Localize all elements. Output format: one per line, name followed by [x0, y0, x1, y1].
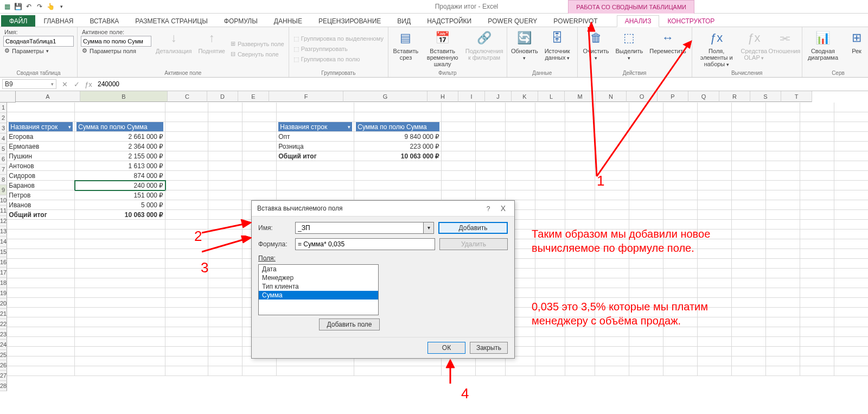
cell[interactable]: Баранов: [7, 181, 75, 190]
cell[interactable]: [698, 200, 732, 210]
cell[interactable]: [208, 317, 242, 327]
row-header[interactable]: 15: [0, 247, 7, 257]
cell[interactable]: [629, 269, 663, 278]
cell[interactable]: [800, 190, 834, 200]
cell[interactable]: [75, 112, 165, 122]
cell[interactable]: [442, 103, 476, 112]
cell[interactable]: Петров: [7, 190, 75, 200]
cell[interactable]: [595, 327, 629, 337]
cell[interactable]: [663, 161, 698, 171]
cell[interactable]: [7, 259, 75, 269]
dialog-help-button[interactable]: ?: [481, 205, 496, 213]
cell[interactable]: [698, 337, 732, 347]
column-header[interactable]: J: [485, 91, 512, 102]
cell[interactable]: [698, 269, 732, 278]
cell[interactable]: [565, 356, 595, 366]
cell[interactable]: 1 613 000 ₽: [75, 161, 165, 171]
pivot-chart-button[interactable]: 📊Сводная диаграмма: [806, 28, 840, 69]
cell[interactable]: [663, 239, 698, 249]
cell[interactable]: [165, 347, 208, 356]
cell[interactable]: [354, 112, 442, 122]
tab-view[interactable]: ВИД: [389, 15, 419, 27]
cell[interactable]: [595, 171, 629, 181]
cell[interactable]: [75, 317, 165, 327]
cell[interactable]: [698, 308, 732, 317]
cell[interactable]: [732, 103, 766, 112]
cancel-icon[interactable]: ✕: [59, 80, 71, 88]
cell[interactable]: [535, 366, 565, 376]
cell[interactable]: [800, 347, 834, 356]
cell[interactable]: [663, 259, 698, 269]
cell[interactable]: [698, 249, 732, 259]
cell[interactable]: 5 000 ₽: [75, 200, 165, 210]
cell[interactable]: [506, 103, 535, 112]
cell[interactable]: [277, 181, 354, 190]
cell[interactable]: [800, 269, 834, 278]
ok-button[interactable]: ОК: [427, 342, 465, 354]
save-icon[interactable]: 💾: [13, 2, 23, 11]
cell[interactable]: [834, 366, 868, 376]
cell[interactable]: [732, 317, 766, 327]
formula-field-input[interactable]: [295, 238, 435, 250]
cell[interactable]: [208, 259, 242, 269]
cell[interactable]: [476, 132, 506, 142]
cell[interactable]: [698, 230, 732, 239]
cell[interactable]: [208, 200, 242, 210]
cell[interactable]: [732, 171, 766, 181]
cell[interactable]: [535, 142, 565, 151]
cell[interactable]: [535, 200, 565, 210]
cell[interactable]: [277, 366, 354, 376]
tab-powerquery[interactable]: POWER QUERY: [480, 15, 545, 27]
cell[interactable]: [766, 142, 800, 151]
cell[interactable]: [565, 249, 595, 259]
cell[interactable]: [165, 337, 208, 347]
cell[interactable]: [732, 220, 766, 230]
row-header[interactable]: 16: [0, 257, 7, 267]
cell[interactable]: [75, 230, 165, 239]
cell[interactable]: [800, 366, 834, 376]
cell[interactable]: [165, 103, 208, 112]
cell[interactable]: [565, 239, 595, 249]
cell[interactable]: [766, 161, 800, 171]
cell[interactable]: [629, 278, 663, 288]
cell[interactable]: [165, 308, 208, 317]
cell[interactable]: [834, 181, 868, 190]
cell[interactable]: Названия строк▾: [7, 122, 75, 132]
cell[interactable]: [629, 151, 663, 161]
cell[interactable]: [208, 161, 242, 171]
cell[interactable]: [565, 200, 595, 210]
cell[interactable]: [834, 220, 868, 230]
move-button[interactable]: ↔Переместить: [647, 28, 688, 69]
cell[interactable]: [75, 288, 165, 298]
cell[interactable]: [208, 132, 242, 142]
cell[interactable]: [834, 259, 868, 269]
tab-addins[interactable]: НАДСТРОЙКИ: [419, 15, 480, 27]
enter-icon[interactable]: ✓: [71, 80, 82, 88]
cell[interactable]: [595, 122, 629, 132]
cell[interactable]: [766, 278, 800, 288]
cell[interactable]: [354, 161, 442, 171]
cell[interactable]: [732, 278, 766, 288]
cell[interactable]: [535, 337, 565, 347]
cell[interactable]: [834, 356, 868, 366]
cell[interactable]: [766, 112, 800, 122]
cell[interactable]: [165, 356, 208, 366]
column-header[interactable]: Q: [688, 91, 719, 102]
cell[interactable]: [535, 220, 565, 230]
row-header[interactable]: 3: [0, 123, 7, 133]
cell[interactable]: Сумма по полю Сумма: [354, 122, 442, 132]
cell[interactable]: [595, 181, 629, 190]
cell[interactable]: [834, 132, 868, 142]
cell[interactable]: [834, 142, 868, 151]
cell[interactable]: [766, 317, 800, 327]
cell[interactable]: [629, 161, 663, 171]
cell[interactable]: [732, 161, 766, 171]
cell[interactable]: [535, 259, 565, 269]
cell[interactable]: [7, 347, 75, 356]
column-header[interactable]: G: [343, 91, 427, 102]
cell[interactable]: [732, 210, 766, 220]
cell[interactable]: [629, 103, 663, 112]
cell[interactable]: [165, 171, 208, 181]
column-header[interactable]: L: [538, 91, 565, 102]
cell[interactable]: [442, 142, 476, 151]
